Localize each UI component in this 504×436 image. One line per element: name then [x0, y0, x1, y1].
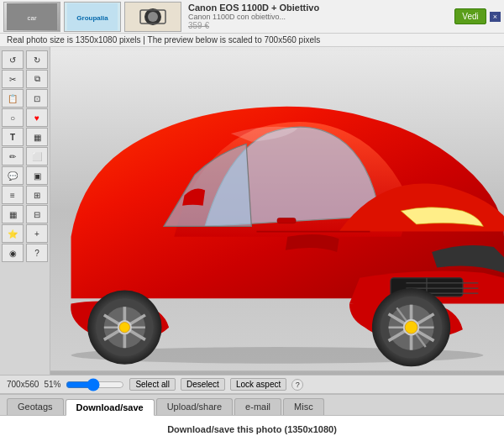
- lines-button[interactable]: ≡: [2, 186, 24, 204]
- content-panel: Download/save this photo (1350x1080) Fil…: [0, 416, 504, 436]
- lock-aspect-button[interactable]: Lock aspect: [230, 378, 286, 391]
- ad-car-thumb: car: [3, 2, 60, 32]
- grid-button[interactable]: ⊟: [26, 205, 48, 223]
- ad-canon-text: Canon EOS 1100D + Obiettivo Canon 1100D …: [185, 3, 451, 30]
- star-button[interactable]: ⭐: [2, 224, 24, 243]
- svg-point-34: [119, 323, 129, 333]
- panel-title: Download/save this photo (1350x1080): [8, 424, 496, 434]
- effect-button[interactable]: ⊞: [26, 186, 48, 204]
- zoom-help-icon[interactable]: ?: [291, 379, 303, 391]
- paste-button[interactable]: 📋: [2, 89, 24, 108]
- select-all-button[interactable]: Select all: [129, 378, 176, 391]
- zoom-bar: 700x560 51% Select all Deselect Lock asp…: [0, 375, 504, 394]
- tool-row-5: T ▦: [2, 128, 48, 146]
- ad-canon-thumb: [124, 2, 181, 32]
- svg-point-6: [148, 12, 158, 22]
- zoom-percent-label: 51%: [44, 380, 60, 389]
- speech-button[interactable]: 💬: [2, 166, 24, 185]
- cut-button[interactable]: ✂: [2, 70, 24, 88]
- tool-row-2: ✂ ⧉: [2, 70, 48, 88]
- undo-button[interactable]: ↺: [2, 50, 24, 69]
- tool-row-9: ▦ ⊟: [2, 205, 48, 223]
- ad-close-button[interactable]: ×: [490, 12, 501, 22]
- circle-button[interactable]: ○: [2, 108, 24, 127]
- text-button[interactable]: T: [2, 128, 24, 146]
- tool-row-6: ✏ ⬜: [2, 147, 48, 165]
- gradient-button[interactable]: ▦: [26, 128, 48, 146]
- crop-button[interactable]: ⊡: [26, 89, 48, 108]
- help-button[interactable]: ?: [26, 244, 48, 262]
- ad-groupalia-thumb: Groupalia: [64, 2, 121, 32]
- photo-preview: [50, 47, 504, 375]
- tool-row-1: ↺ ↻: [2, 50, 48, 69]
- redo-button[interactable]: ↻: [26, 50, 48, 69]
- circle2-button[interactable]: ◉: [2, 244, 24, 262]
- svg-point-25: [405, 321, 417, 334]
- ad-buy-button[interactable]: Vedi: [454, 8, 486, 24]
- ad-banner: car Groupalia Canon EOS 1100D + Obiettiv…: [0, 0, 504, 34]
- copy-button[interactable]: ⧉: [26, 70, 48, 88]
- deselect-button[interactable]: Deselect: [181, 378, 225, 391]
- tool-row-8: ≡ ⊞: [2, 186, 48, 204]
- frame-button[interactable]: ▣: [26, 166, 48, 185]
- svg-text:Groupalia: Groupalia: [76, 14, 108, 22]
- tool-row-10: ⭐ +: [2, 224, 48, 243]
- tabs-bar: Geotags Download/save Upload/share e-mai…: [0, 395, 504, 416]
- main-area: ↺ ↻ ✂ ⧉ 📋 ⊡ ○ ♥ T ▦ ✏ ⬜ 💬 ▣ ≡ ⊞: [0, 47, 504, 375]
- info-text: Real photo size is 1350x1080 pixels | Th…: [7, 35, 320, 45]
- tab-download-save[interactable]: Download/save: [66, 399, 155, 416]
- image-area: [50, 47, 504, 375]
- info-bar: Real photo size is 1350x1080 pixels | Th…: [0, 34, 504, 47]
- svg-rect-35: [277, 218, 296, 223]
- tool-row-11: ◉ ?: [2, 244, 48, 262]
- eraser-button[interactable]: ⬜: [26, 147, 48, 165]
- tool-row-4: ○ ♥: [2, 108, 48, 127]
- svg-text:car: car: [27, 14, 36, 22]
- heart-button[interactable]: ♥: [26, 108, 48, 127]
- tab-upload-share[interactable]: Upload/share: [156, 398, 233, 415]
- left-toolbar: ↺ ↻ ✂ ⧉ 📋 ⊡ ○ ♥ T ▦ ✏ ⬜ 💬 ▣ ≡ ⊞: [0, 47, 50, 375]
- bars-button[interactable]: ▦: [2, 205, 24, 223]
- car-image: [50, 47, 504, 375]
- tool-row-7: 💬 ▣: [2, 166, 48, 185]
- brush-button[interactable]: ✏: [2, 147, 24, 165]
- tab-misc[interactable]: Misc: [283, 398, 324, 415]
- add-button[interactable]: +: [26, 224, 48, 243]
- tab-geotags[interactable]: Geotags: [7, 398, 64, 415]
- bottom-area: Geotags Download/save Upload/share e-mai…: [0, 394, 504, 436]
- zoom-slider[interactable]: [66, 381, 124, 389]
- tool-row-3: 📋 ⊡: [2, 89, 48, 108]
- tab-email[interactable]: e-mail: [234, 398, 281, 415]
- zoom-size-label: 700x560: [7, 380, 39, 389]
